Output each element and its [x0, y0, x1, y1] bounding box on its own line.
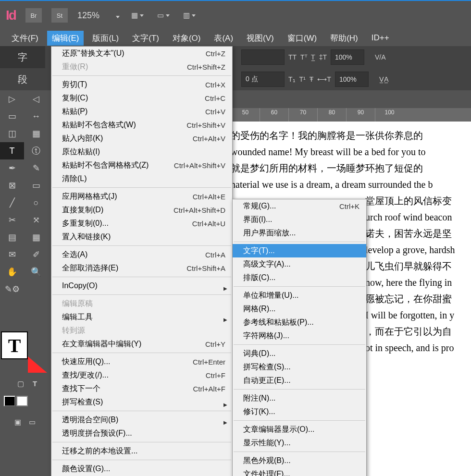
menu-item[interactable]: 查找/更改(/)...Ctrl+F — [51, 368, 232, 382]
menu-item[interactable]: 文件处理(F)... — [233, 467, 366, 476]
kerning-icon[interactable]: V/A — [375, 53, 386, 61]
pen-tool[interactable]: ✒ — [0, 159, 24, 177]
menu-item[interactable]: 排版(C)... — [233, 271, 366, 284]
menu-file[interactable]: 文件(F) — [7, 31, 43, 46]
screen-mode-icon[interactable]: ▭ — [155, 9, 172, 22]
arrange-icon[interactable]: ▥ — [181, 9, 198, 22]
tracking-icon[interactable]: V̲A̲ — [379, 75, 389, 83]
menu-item[interactable]: 应用网格格式(J)Ctrl+Alt+E — [51, 190, 232, 203]
menu-item[interactable]: 附注(N)... — [233, 391, 366, 405]
menu-item[interactable]: 在文章编辑器中编辑(Y)Ctrl+Y — [51, 337, 232, 351]
normal-view-icon[interactable]: ▣ — [14, 418, 21, 427]
strike-icon[interactable]: Ŧ — [310, 75, 314, 83]
menu-item[interactable]: 词典(D)... — [233, 347, 366, 360]
line-tool[interactable]: ╱ — [0, 194, 24, 211]
rect-frame-tool[interactable]: ⊠ — [0, 177, 24, 194]
menu-item[interactable]: 透明混合空间(B) — [51, 413, 232, 427]
menu-item[interactable]: 自动更正(E)... — [233, 374, 366, 387]
underline-icon[interactable]: T̲ — [311, 53, 315, 61]
menu-item[interactable]: InCopy(O) — [51, 279, 232, 293]
tt-small-icon[interactable]: Tᵀ — [300, 53, 307, 61]
font-size-input[interactable] — [241, 49, 285, 65]
type-tool[interactable]: T — [0, 142, 24, 159]
menu-item[interactable]: 粘贴时不包含格式(W)Ctrl+Shift+V — [51, 118, 232, 132]
sub-icon[interactable]: T₁ — [288, 75, 296, 83]
gradient-tool[interactable]: ▤ — [0, 229, 24, 246]
eyedrop-tool[interactable]: ✐ — [24, 246, 48, 263]
frame-tool[interactable]: ▦ — [24, 125, 48, 142]
char-tab[interactable]: 字 — [0, 46, 45, 68]
swatch-black[interactable] — [4, 396, 15, 406]
menu-item[interactable]: 单位和增量(U)... — [233, 289, 366, 302]
scissors-tool[interactable]: ✂ — [0, 211, 24, 229]
menu-item[interactable]: 粘贴时不包含网格格式(Z)Ctrl+Alt+Shift+V — [51, 159, 232, 172]
menu-window[interactable]: 窗口(W) — [283, 31, 322, 46]
menu-type[interactable]: 文字(T) — [127, 31, 164, 46]
menu-item[interactable]: 颜色设置(G)... — [51, 462, 232, 476]
view-options-icon[interactable]: ▦ — [129, 9, 146, 22]
menu-item[interactable]: 迁移之前的本地设置... — [51, 444, 232, 458]
para-tab[interactable]: 段 — [0, 68, 45, 90]
format-text-icon[interactable]: T — [33, 379, 37, 388]
zoom-tool[interactable]: 🔍 — [24, 263, 48, 281]
zoom-select[interactable]: 125% — [77, 11, 120, 21]
gap-tool[interactable]: ↔ — [24, 108, 48, 125]
menu-item[interactable]: 贴入内部(K)Ctrl+Alt+V — [51, 132, 232, 145]
menu-item[interactable]: 字符网格(J)... — [233, 329, 366, 342]
menu-item[interactable]: 常规(G)...Ctrl+K — [233, 199, 366, 213]
menu-item[interactable]: 文章编辑器显示(O)... — [233, 423, 366, 436]
menu-item[interactable]: 还原"替换文本"(U)Ctrl+Z — [51, 47, 232, 60]
content-tool[interactable]: ◫ — [0, 125, 24, 142]
menu-layout[interactable]: 版面(L) — [87, 31, 124, 46]
menu-item[interactable]: 全选(A)Ctrl+A — [51, 248, 232, 261]
menu-item[interactable]: 置入和链接(K) — [51, 230, 232, 244]
swatch-white[interactable] — [16, 396, 28, 406]
menu-item[interactable]: 快速应用(Q)...Ctrl+Enter — [51, 355, 232, 368]
menu-item[interactable]: 参考线和粘贴板(P)... — [233, 316, 366, 329]
color-theme-tool[interactable]: ✎⚙ — [0, 281, 24, 298]
vertical-type-tool[interactable]: ⓣ — [24, 142, 48, 159]
menu-item[interactable]: 编辑工具 — [51, 310, 232, 324]
transform-tool[interactable]: ⤧ — [24, 211, 48, 229]
rect-tool[interactable]: ▭ — [24, 177, 48, 194]
leading-input[interactable]: 0 点 — [241, 72, 285, 87]
menu-item[interactable]: 粘贴(P)Ctrl+V — [51, 105, 232, 118]
menu-item[interactable]: 查找下一个Ctrl+Alt+F — [51, 382, 232, 395]
menu-edit[interactable]: 编辑(E) — [47, 31, 84, 46]
menu-item[interactable]: 多重复制(0)...Ctrl+Alt+U — [51, 217, 232, 230]
menu-item[interactable]: 清除(L) — [51, 172, 232, 185]
stock-chip[interactable]: St — [51, 8, 68, 23]
page-tool[interactable]: ▭ — [0, 108, 24, 125]
stroke-proxy[interactable] — [28, 356, 47, 373]
menu-item[interactable]: 高级文字(A)... — [233, 257, 366, 271]
menu-item[interactable]: 网格(R)... — [233, 302, 366, 316]
selection-tool[interactable]: ▷ — [0, 90, 24, 108]
misc-tool[interactable] — [24, 281, 48, 298]
tt-caps-icon[interactable]: TT — [288, 53, 297, 61]
menu-item[interactable]: 修订(K)... — [233, 405, 366, 418]
menu-item[interactable]: 文字(T)... — [233, 244, 366, 257]
menu-item[interactable]: 用户界面缩放... — [233, 226, 366, 240]
format-container-icon[interactable]: ▢ — [17, 379, 24, 388]
menu-item[interactable]: 剪切(T)Ctrl+X — [51, 78, 232, 91]
hscale-icon[interactable]: ⟷T — [317, 75, 331, 83]
menu-item[interactable]: 复制(C)Ctrl+C — [51, 91, 232, 105]
menu-table[interactable]: 表(A) — [209, 31, 238, 46]
menu-item[interactable]: 直接复制(D)Ctrl+Alt+Shift+D — [51, 203, 232, 217]
menu-item[interactable]: 拼写检查(S) — [51, 395, 232, 409]
note-tool[interactable]: ✉ — [0, 246, 24, 263]
fill-proxy[interactable]: T — [1, 331, 28, 359]
direct-select-tool[interactable]: ◁ — [24, 90, 48, 108]
ellipse-tool[interactable]: ○ — [24, 194, 48, 211]
menu-item[interactable]: 全部取消选择(E)Ctrl+Shift+A — [51, 261, 232, 275]
bridge-chip[interactable]: Br — [25, 8, 42, 23]
menu-item[interactable]: 显示性能(Y)... — [233, 436, 366, 450]
menu-item[interactable]: 原位粘贴(I) — [51, 145, 232, 159]
hand-tool[interactable]: ✋ — [0, 263, 24, 281]
menu-item[interactable]: 黑色外观(B)... — [233, 454, 366, 467]
vscale-input[interactable]: 100% — [331, 49, 364, 65]
preview-view-icon[interactable]: ▭ — [29, 418, 36, 427]
menu-item[interactable]: 透明度拼合预设(F)... — [51, 427, 232, 440]
menu-idpp[interactable]: ID++ — [367, 31, 394, 45]
pencil-tool[interactable]: ✎ — [24, 159, 48, 177]
